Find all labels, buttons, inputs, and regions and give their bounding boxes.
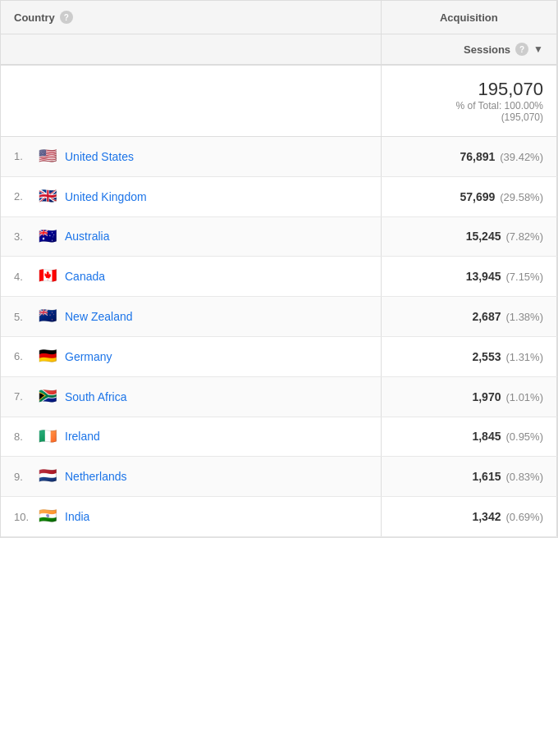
row-rank: 6. <box>14 350 30 362</box>
country-cell-9: 9.🇳🇱Netherlands <box>1 457 381 497</box>
acquisition-header-label: Acquisition <box>440 11 498 24</box>
analytics-table: Country ? Acquisition Sessions ? ▼ <box>0 0 558 538</box>
sessions-percent: (0.95%) <box>505 430 543 443</box>
sessions-cell-5: 2,687(1.38%) <box>381 297 556 337</box>
sessions-value: 13,945 <box>466 270 501 283</box>
table-row: 4.🇨🇦Canada13,945(7.15%) <box>1 257 557 297</box>
header-row-acquisition: Country ? Acquisition <box>1 1 557 34</box>
sort-descending-icon[interactable]: ▼ <box>533 43 543 55</box>
flag-icon: 🇺🇸 <box>39 148 57 165</box>
country-cell-4: 4.🇨🇦Canada <box>1 257 381 297</box>
row-rank: 5. <box>14 311 30 323</box>
country-name-link[interactable]: Ireland <box>65 430 100 443</box>
sessions-percent: (7.15%) <box>505 271 543 283</box>
sessions-percent: (39.42%) <box>500 151 543 163</box>
sessions-percent: (1.31%) <box>505 351 543 363</box>
sessions-cell-6: 2,553(1.31%) <box>381 336 556 376</box>
row-rank: 4. <box>14 271 30 283</box>
table-row: 2.🇬🇧United Kingdom57,699(29.58%) <box>1 176 557 216</box>
table-row: 6.🇩🇪Germany2,553(1.31%) <box>1 336 557 376</box>
country-cell-2: 2.🇬🇧United Kingdom <box>1 176 381 216</box>
sessions-value: 1,342 <box>472 510 501 523</box>
row-rank: 3. <box>14 230 30 243</box>
table-row: 9.🇳🇱Netherlands1,615(0.83%) <box>1 457 557 497</box>
total-country-cell <box>1 65 381 137</box>
sessions-cell-10: 1,342(0.69%) <box>381 497 556 537</box>
country-header-label: Country <box>14 11 55 24</box>
flag-icon: 🇦🇺 <box>39 229 57 245</box>
sessions-percent: (29.58%) <box>500 191 543 203</box>
sessions-value: 57,699 <box>460 190 495 203</box>
country-name-link[interactable]: New Zealand <box>65 310 133 323</box>
country-subheader-cell <box>1 34 381 66</box>
country-name-link[interactable]: India <box>65 510 89 523</box>
sessions-value: 1,970 <box>472 390 501 403</box>
flag-icon: 🇳🇿 <box>39 308 57 325</box>
table-row: 7.🇿🇦South Africa1,970(1.01%) <box>1 376 557 417</box>
table-row: 5.🇳🇿New Zealand2,687(1.38%) <box>1 297 557 337</box>
sessions-value: 2,553 <box>472 350 501 363</box>
sessions-cell-1: 76,891(39.42%) <box>381 137 556 177</box>
total-subtitle2: (195,070) <box>395 112 543 123</box>
row-rank: 2. <box>14 190 30 203</box>
sessions-percent: (7.82%) <box>505 230 543 243</box>
table-row: 8.🇮🇪Ireland1,845(0.95%) <box>1 417 557 457</box>
sessions-value: 2,687 <box>472 310 501 323</box>
country-name-link[interactable]: Australia <box>65 230 109 243</box>
sessions-percent: (0.69%) <box>505 511 543 523</box>
flag-icon: 🇿🇦 <box>39 389 57 405</box>
total-subtitle: % of Total: 100.00% <box>395 100 543 112</box>
country-name-link[interactable]: United States <box>65 150 134 163</box>
table-row: 1.🇺🇸United States76,891(39.42%) <box>1 137 557 177</box>
country-name-link[interactable]: Netherlands <box>65 470 127 483</box>
country-cell-1: 1.🇺🇸United States <box>1 137 381 177</box>
sessions-value: 1,615 <box>472 470 501 483</box>
sessions-cell-7: 1,970(1.01%) <box>381 376 556 417</box>
sessions-value: 1,845 <box>472 430 501 443</box>
flag-icon: 🇬🇧 <box>39 189 57 205</box>
total-sessions-cell: 195,070 % of Total: 100.00% (195,070) <box>381 65 556 137</box>
table-row: 10.🇮🇳India1,342(0.69%) <box>1 497 557 537</box>
country-cell-7: 7.🇿🇦South Africa <box>1 376 381 417</box>
sessions-cell-2: 57,699(29.58%) <box>381 176 556 216</box>
header-row-sessions: Sessions ? ▼ <box>1 34 557 66</box>
country-help-icon[interactable]: ? <box>60 11 73 24</box>
sessions-cell-9: 1,615(0.83%) <box>381 457 556 497</box>
sessions-header-label: Sessions <box>464 43 510 56</box>
country-cell-8: 8.🇮🇪Ireland <box>1 417 381 457</box>
row-rank: 9. <box>14 471 30 483</box>
country-cell-5: 5.🇳🇿New Zealand <box>1 297 381 337</box>
sessions-cell-3: 15,245(7.82%) <box>381 216 556 257</box>
country-name-link[interactable]: Germany <box>65 350 112 363</box>
sessions-percent: (1.01%) <box>505 391 543 403</box>
acquisition-header-cell: Acquisition <box>381 1 556 34</box>
sessions-help-icon[interactable]: ? <box>515 43 528 56</box>
row-rank: 8. <box>14 430 30 443</box>
table-row: 3.🇦🇺Australia15,245(7.82%) <box>1 216 557 257</box>
flag-icon: 🇳🇱 <box>39 468 57 485</box>
sessions-cell-4: 13,945(7.15%) <box>381 257 556 297</box>
sessions-cell-8: 1,845(0.95%) <box>381 417 556 457</box>
country-name-link[interactable]: South Africa <box>65 390 127 403</box>
flag-icon: 🇮🇪 <box>39 429 57 445</box>
total-value: 195,070 <box>395 79 543 100</box>
country-cell-3: 3.🇦🇺Australia <box>1 216 381 257</box>
flag-icon: 🇩🇪 <box>39 348 57 365</box>
flag-icon: 🇨🇦 <box>39 268 57 285</box>
country-cell-6: 6.🇩🇪Germany <box>1 336 381 376</box>
country-cell-10: 10.🇮🇳India <box>1 497 381 537</box>
row-rank: 1. <box>14 150 30 162</box>
flag-icon: 🇮🇳 <box>39 508 57 525</box>
country-name-link[interactable]: United Kingdom <box>65 190 147 203</box>
row-rank: 10. <box>14 511 30 523</box>
sessions-percent: (0.83%) <box>505 471 543 483</box>
country-name-link[interactable]: Canada <box>65 270 105 283</box>
sessions-value: 15,245 <box>466 230 501 243</box>
total-row: 195,070 % of Total: 100.00% (195,070) <box>1 65 557 137</box>
country-header-cell: Country ? <box>1 1 381 34</box>
sessions-percent: (1.38%) <box>505 311 543 323</box>
sessions-value: 76,891 <box>460 150 495 163</box>
row-rank: 7. <box>14 390 30 403</box>
sessions-header-cell: Sessions ? ▼ <box>381 34 556 66</box>
